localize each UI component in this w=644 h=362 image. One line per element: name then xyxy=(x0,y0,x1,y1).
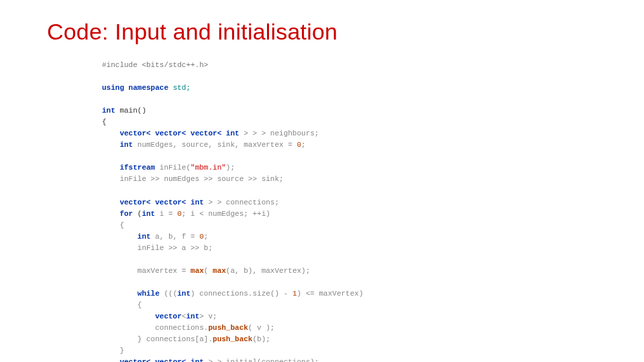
code-line: vector< vector< vector< int > > > neighb… xyxy=(102,128,597,139)
code-line xyxy=(102,254,597,265)
code-line: connections.push_back( v ); xyxy=(102,322,597,334)
code-line: int main() xyxy=(102,105,597,117)
code-line: } connections[a].push_back(b); xyxy=(102,334,597,345)
code-line: vector< vector< int > > connections; xyxy=(102,197,597,208)
code-line: ifstream inFile("mbm.in"); xyxy=(102,162,597,174)
slide: Code: Input and initialisation #include … xyxy=(0,0,644,362)
code-block: #include <bits/stdc++.h> using namespace… xyxy=(47,60,597,362)
code-line: inFile >> numEdges >> source >> sink; xyxy=(102,174,597,185)
code-line xyxy=(102,151,597,162)
code-line: while (((int) connections.size() - 1) <=… xyxy=(102,288,597,300)
code-line: vector<int> v; xyxy=(102,311,597,322)
code-line xyxy=(102,71,597,82)
code-line: int numEdges, source, sink, maxVertex = … xyxy=(102,139,597,151)
slide-title: Code: Input and initialisation xyxy=(47,19,597,45)
code-line: inFile >> a >> b; xyxy=(102,243,597,254)
code-line: vector< vector< int > > initial(connecti… xyxy=(102,357,597,362)
code-line: int a, b, f = 0; xyxy=(102,231,597,243)
code-line: maxVertex = max( max(a, b), maxVertex); xyxy=(102,265,597,277)
code-line: for (int i = 0; i < numEdges; ++i) xyxy=(102,208,597,220)
code-line xyxy=(102,277,597,288)
code-line: using namespace std; xyxy=(102,82,597,94)
code-line: #include <bits/stdc++.h> xyxy=(102,60,597,71)
code-line: { xyxy=(102,220,597,231)
code-line xyxy=(102,186,597,197)
code-line: { xyxy=(102,300,597,311)
code-line: { xyxy=(102,117,597,128)
code-line: } xyxy=(102,345,597,357)
code-line xyxy=(102,94,597,105)
